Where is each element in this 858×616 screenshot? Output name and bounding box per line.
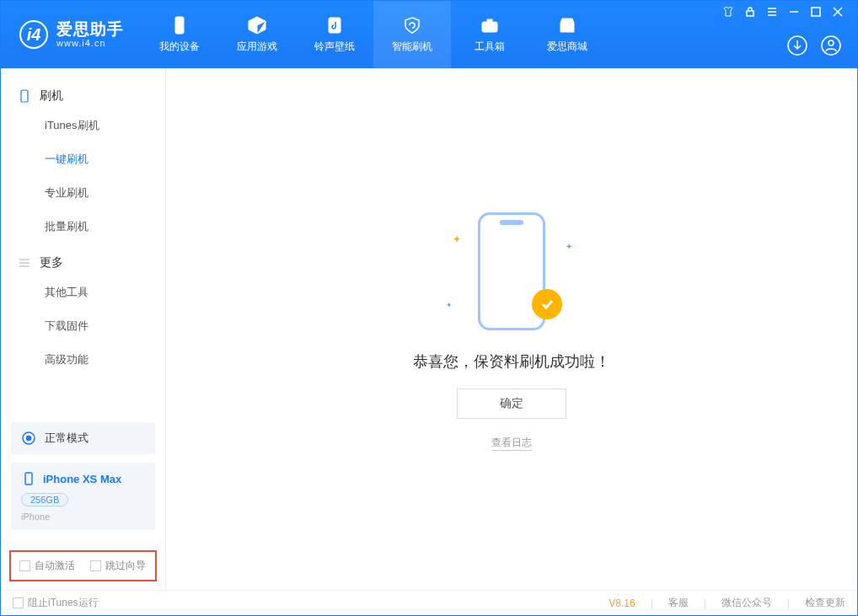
status-bar: 阻止iTunes运行 V8.16 | 客服 | 微信公众号 | 检查更新 (1, 590, 857, 615)
svg-rect-2 (482, 22, 497, 32)
logo: i4 爱思助手 www.i4.cn (1, 1, 141, 68)
sidebar: 刷机 iTunes刷机 一键刷机 专业刷机 批量刷机 更多 其他工具 下载固件 … (1, 68, 166, 590)
mode-icon (21, 431, 36, 446)
music-file-icon (324, 15, 345, 35)
cube-icon (247, 15, 267, 35)
device-storage-badge: 256GB (21, 493, 68, 506)
success-message: 恭喜您，保资料刷机成功啦！ (413, 351, 610, 372)
device-name: iPhone XS Max (43, 473, 121, 485)
footer-link-update[interactable]: 检查更新 (805, 596, 845, 610)
main-content: ✦ ✦ ✦ 恭喜您，保资料刷机成功啦！ 确定 查看日志 (166, 68, 857, 590)
tshirt-icon[interactable] (722, 6, 734, 18)
svg-rect-9 (812, 8, 820, 16)
refresh-shield-icon (402, 15, 422, 35)
checkbox-icon (90, 560, 101, 571)
checkbox-label: 阻止iTunes运行 (28, 596, 99, 610)
window-controls (722, 1, 847, 18)
view-log-link[interactable]: 查看日志 (491, 436, 532, 451)
nav-my-device[interactable]: 我的设备 (141, 1, 218, 68)
confirm-button[interactable]: 确定 (457, 388, 566, 419)
nav-label: 爱思商城 (547, 40, 587, 54)
device-icon (21, 471, 36, 486)
sidebar-item-download-firmware[interactable]: 下载固件 (1, 309, 165, 343)
nav-flash[interactable]: 智能刷机 (373, 1, 451, 68)
user-icon[interactable] (820, 35, 842, 56)
nav-toolbox[interactable]: 工具箱 (451, 1, 528, 68)
logo-icon: i4 (19, 20, 48, 49)
checkbox-auto-activate[interactable]: 自动激活 (19, 559, 75, 573)
svg-rect-21 (25, 473, 32, 485)
device-panel[interactable]: iPhone XS Max 256GB iPhone (11, 463, 155, 530)
check-badge-icon (532, 289, 562, 319)
version-label: V8.16 (609, 597, 635, 609)
sidebar-item-other-tools[interactable]: 其他工具 (1, 276, 165, 309)
sidebar-item-itunes-flash[interactable]: iTunes刷机 (1, 109, 165, 142)
nav-ringtones[interactable]: 铃声壁纸 (296, 1, 373, 68)
sidebar-item-advanced[interactable]: 高级功能 (1, 343, 165, 377)
svg-point-14 (829, 40, 834, 46)
svg-rect-3 (487, 19, 492, 22)
device-type: iPhone (21, 512, 50, 522)
checkbox-label: 跳过向导 (105, 559, 146, 573)
app-subtitle: www.i4.cn (56, 38, 124, 48)
close-icon[interactable] (832, 6, 844, 18)
footer-link-wechat[interactable]: 微信公众号 (721, 596, 772, 610)
sidebar-group-label: 刷机 (40, 88, 63, 104)
lock-icon[interactable] (744, 6, 756, 18)
phone-icon (169, 15, 190, 35)
footer-link-support[interactable]: 客服 (668, 596, 689, 610)
checkbox-icon (19, 560, 30, 571)
nav-label: 工具箱 (475, 40, 505, 54)
nav-label: 我的设备 (159, 40, 200, 54)
phone-outline-icon (18, 89, 31, 103)
list-icon (18, 256, 31, 270)
checkbox-icon (13, 597, 24, 608)
mode-panel[interactable]: 正常模式 (11, 422, 155, 454)
sidebar-group-label: 更多 (40, 255, 63, 271)
store-icon (557, 15, 577, 35)
svg-rect-15 (21, 90, 28, 102)
sparkle-icon: ✦ (446, 301, 453, 309)
nav-store[interactable]: 爱思商城 (528, 1, 606, 68)
nav-label: 铃声壁纸 (314, 40, 355, 54)
svg-rect-1 (329, 18, 341, 33)
svg-rect-4 (747, 11, 753, 16)
sidebar-item-batch-flash[interactable]: 批量刷机 (1, 210, 165, 244)
sidebar-item-pro-flash[interactable]: 专业刷机 (1, 176, 165, 210)
checkbox-block-itunes[interactable]: 阻止iTunes运行 (13, 596, 99, 610)
maximize-icon[interactable] (810, 6, 822, 18)
sparkle-icon: ✦ (453, 233, 461, 245)
menu-icon[interactable] (766, 6, 778, 18)
mode-label: 正常模式 (45, 431, 88, 446)
svg-rect-0 (175, 17, 184, 34)
download-icon[interactable] (786, 35, 808, 56)
nav-label: 智能刷机 (392, 40, 432, 54)
top-nav: 我的设备 应用游戏 铃声壁纸 智能刷机 工具箱 爱思商城 (141, 1, 606, 68)
app-title: 爱思助手 (56, 21, 124, 39)
minimize-icon[interactable] (788, 6, 800, 18)
highlighted-options: 自动激活 跳过向导 (9, 550, 157, 581)
sparkle-icon: ✦ (566, 242, 572, 251)
checkbox-skip-guide[interactable]: 跳过向导 (90, 559, 146, 573)
sidebar-item-oneclick-flash[interactable]: 一键刷机 (1, 142, 165, 176)
app-header: i4 爱思助手 www.i4.cn 我的设备 应用游戏 铃声壁纸 智能刷机 工具… (1, 1, 857, 68)
svg-point-20 (27, 437, 31, 441)
success-illustration: ✦ ✦ ✦ (436, 208, 587, 335)
toolbox-icon (480, 15, 500, 35)
checkbox-label: 自动激活 (35, 559, 75, 573)
nav-apps[interactable]: 应用游戏 (218, 1, 296, 68)
nav-label: 应用游戏 (237, 40, 277, 54)
sidebar-group-more: 更多 (1, 244, 165, 276)
sidebar-group-flash: 刷机 (1, 77, 165, 109)
